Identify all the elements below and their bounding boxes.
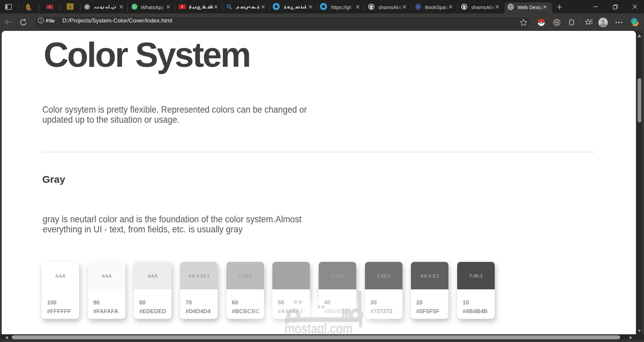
- svg-text:5: 5: [69, 5, 71, 9]
